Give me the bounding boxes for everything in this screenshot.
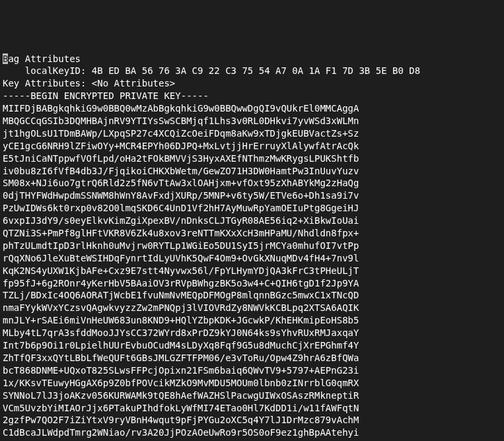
- terminal-output: Bag Attributes localKeyID: 4B ED BA 56 7…: [3, 53, 501, 441]
- terminal-line: phTzULmdtIpD3rlHknh0uMvjrw0RYTLp1WGiEo5D…: [3, 240, 501, 252]
- terminal-line: MLby4tL7qrA3sfddMooJJYsCC372WYrd8xPrDZ9k…: [3, 327, 501, 339]
- terminal-line: rQqXNo6JleXuBteWSIHDqFynrtIdLyUVhK5QwF4O…: [3, 252, 501, 265]
- terminal-line: E5tJniCaNTppwfVOfLpd/oHa2tFOkBMVVjS3HyxA…: [3, 153, 501, 165]
- terminal-line: mnJLY+rSAEi6miVnHeUW683un8KND9+HQlYZbpKD…: [3, 314, 501, 327]
- terminal-line: Int7b6p9Oi1r0LpielhUUrEvbuOCudM4sLDyXq8F…: [3, 339, 501, 352]
- terminal-line: localKeyID: 4B ED BA 56 76 3A C9 22 C3 7…: [3, 65, 501, 77]
- terminal-line: Bag Attributes: [3, 53, 501, 65]
- terminal-line: ZhTfQF3xxQYtLBbLfWeQUFt6GBsJMLGZFTFPM06/…: [3, 352, 501, 364]
- terminal-line: 2gzfPw7QO2F7iZiYtxV9ryVBnH4wqut9pFjPYGu2…: [3, 414, 501, 426]
- terminal-line: TZLj/BDxIc4OQ6AORATjWcbE1fvuNmNvMEQpDFMO…: [3, 289, 501, 302]
- terminal-line: PzUwIDWs6kt0rxp0v82O0lmqSKD6C4UnD1Vf2hH7…: [3, 202, 501, 215]
- terminal-line: SM08x+NJi6uo7gtrQ6Rld2z5fN6vTtAw3xlOAHjx…: [3, 177, 501, 189]
- terminal-line: fp95fJ+6g2ROnr4yKerHbV5BAaiOV3rRVpBWhgzB…: [3, 277, 501, 290]
- terminal-line: Key Attributes: <No Attributes>: [3, 77, 501, 90]
- terminal-line: 6vxpIJ3dY9/s0eyElkvKimZgiXpexBV/nDnksCLJ…: [3, 215, 501, 227]
- terminal-line: 0djTHYFWdHwpdmSSNWM8hWnY8AvFxdjXURp/5MNP…: [3, 189, 501, 202]
- terminal-line: iv0bu8zI6fVfB4db3J/FjqikoiCHKXbWetm/GewZ…: [3, 165, 501, 178]
- terminal-line: C1dBcaJLWdpdTmrg2WNiao/rv3A20JjPOzAOeUwR…: [3, 426, 501, 439]
- terminal-line: 1x/KKsvTEuwyHGgAX6p9Z0bfPOVcikMZkO9MvMDU…: [3, 377, 501, 390]
- terminal-line: SYNNoL7lJ3joAKzv056KURWAMk9tQE8hAefWAZHS…: [3, 390, 501, 402]
- terminal-line: MIIFDjBABgkqhkiG9w0BBQ0wMzAbBgkqhkiG9w0B…: [3, 102, 501, 115]
- line-text: ag Attributes: [8, 53, 81, 64]
- terminal-line: -----BEGIN ENCRYPTED PRIVATE KEY-----: [3, 90, 501, 102]
- terminal-line: bcT868DNME+UQxoT825SLwsFFPcjOpixn21FSm6b…: [3, 364, 501, 377]
- terminal-line: KqK2NS4yUXW1KjbAFe+Cxz9E7stt4Nyvwx56l/Fp…: [3, 265, 501, 277]
- terminal-line: QTZNi3S+PmPf8glHFtVKR8V6Zk4u8xov3reNTTmK…: [3, 227, 501, 240]
- terminal-line: MBQGCCqGSIb3DQMHBAjnRV9YTIYsSwSCBMjqf1Lh…: [3, 115, 501, 127]
- terminal-line: yCE1gcG6NRH9lZFiwOYy+MCR4EPYh06DJPQ+MxLv…: [3, 140, 501, 153]
- terminal-line: nmaFYykWVxYCzsvQAgwkvyzzZw2mPNQpj3lVIOVR…: [3, 302, 501, 314]
- terminal-line: jt1hgOLsU1TDmBAWp/LXpqSP27c4XCQiZcOeiFDq…: [3, 127, 501, 140]
- terminal-line: VCm5UvzbYiMIAOrJjx6PTakuPIhdfokLyWfMI74E…: [3, 402, 501, 415]
